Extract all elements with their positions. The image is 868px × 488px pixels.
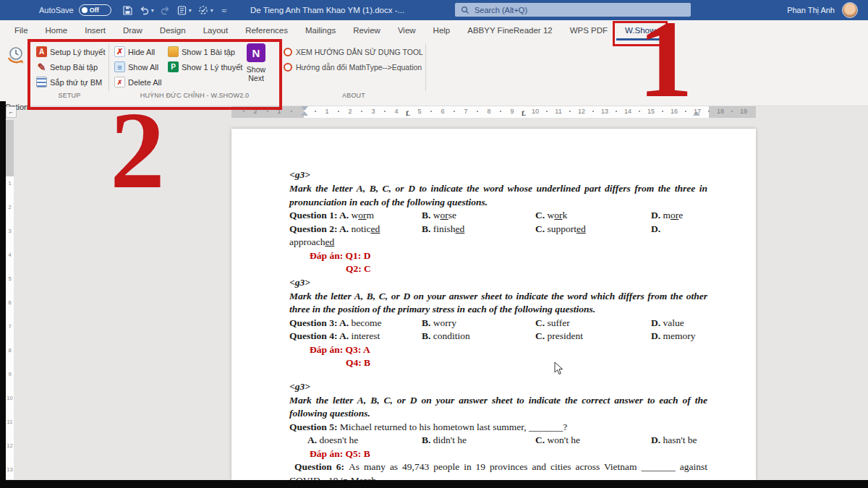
- style-tag: <g3>: [289, 276, 707, 290]
- xem-h-ng-d-n-s-d-ng-tool-label: XEM HƯỚNG DẪN SỬ DỤNG TOOL: [296, 48, 423, 56]
- vertical-ruler-number: 3: [6, 228, 14, 234]
- option: C. won't he: [535, 434, 651, 448]
- ruler-tick: [731, 111, 733, 112]
- avatar[interactable]: [842, 2, 858, 18]
- vertical-ruler-number: 8: [6, 347, 14, 354]
- tab-abbyy-finereader-12[interactable]: ABBYY FineReader 12: [459, 20, 561, 40]
- ruler-number: 10: [532, 108, 539, 115]
- annotation-number-1: 1: [638, 12, 693, 107]
- ruler-number: 17: [694, 108, 701, 115]
- undo-icon[interactable]: [139, 6, 149, 15]
- ribbon-tab-row: FileHomeInsertDrawDesignLayoutReferences…: [0, 20, 868, 40]
- ruler-number: 13: [601, 108, 608, 115]
- ruler-tick: [315, 111, 316, 112]
- first-line-indent-marker[interactable]: [301, 106, 308, 111]
- tab-stop-selector[interactable]: ⌐: [6, 106, 17, 118]
- word-window: AutoSave Off ▾ ▾ ▾ ≂ De Tieng Anh Tham K…: [0, 0, 868, 488]
- vertical-ruler-number: 13: [6, 466, 14, 473]
- tab-design[interactable]: Design: [151, 20, 195, 40]
- document-title[interactable]: De Tieng Anh Tham Khao YM (1).docx -...: [250, 0, 404, 20]
- ruler-number: 14: [624, 108, 631, 115]
- hanging-indent-marker[interactable]: [301, 111, 308, 116]
- save-icon[interactable]: [123, 6, 132, 15]
- mouse-cursor-icon: [554, 361, 563, 375]
- ruler-number: 3: [371, 108, 375, 115]
- bottom-edge-bar: [0, 480, 868, 488]
- option: A. interest: [339, 330, 380, 341]
- option: B. worry: [422, 317, 535, 330]
- xem-h-ng-d-n-s-d-ng-tool-link[interactable]: XEM HƯỚNG DẪN SỬ DỤNG TOOL: [284, 46, 423, 59]
- vertical-ruler-number: 11: [6, 419, 14, 425]
- tab-view[interactable]: View: [389, 20, 425, 40]
- ruler-tick: [338, 111, 339, 112]
- ruler-tick: [546, 111, 548, 112]
- tab-insert[interactable]: Insert: [76, 20, 114, 40]
- ruler-tick: [569, 111, 571, 112]
- option: D. memory: [651, 330, 707, 343]
- tab-wps-pdf[interactable]: WPS PDF: [561, 20, 616, 40]
- options-button[interactable]: Option: [3, 43, 30, 100]
- ruler-tick: [384, 111, 386, 112]
- option: D. hasn't be: [651, 434, 707, 448]
- instruction-paragraph: Mark the letter A, B, C, or D on your an…: [289, 290, 707, 317]
- group-separator: [425, 43, 426, 91]
- vertical-ruler-number: 6: [6, 299, 14, 306]
- answer-key: Đáp án: Q3: AQ4: B: [289, 343, 707, 370]
- question-row: Question 4: A. interestB. conditionC. pr…: [289, 330, 707, 343]
- tab-review[interactable]: Review: [344, 20, 389, 40]
- tab-mailings[interactable]: Mailings: [297, 20, 344, 40]
- user-name[interactable]: Phan Thị Anh: [787, 0, 835, 20]
- option: C. suffer: [535, 317, 651, 330]
- tab-help[interactable]: Help: [425, 20, 459, 40]
- ruler-tick: [477, 111, 478, 112]
- about-group-label: ABOUT: [282, 92, 425, 99]
- option: C. work: [535, 209, 651, 223]
- question-row: Question 2: A. noticedB. finishedC. supp…: [289, 223, 707, 236]
- mathtype-icon: [284, 63, 292, 72]
- tab-references[interactable]: References: [237, 20, 297, 40]
- ruler-tick: [454, 111, 455, 112]
- undo-dropdown-icon[interactable]: ▾: [151, 7, 154, 14]
- reading-mode-dropdown-icon[interactable]: ▾: [189, 7, 192, 14]
- style-tag: <g3>: [289, 168, 707, 182]
- question-row: Question 3: A. becomeB. worryC. sufferD.…: [289, 317, 707, 330]
- option-clock-icon: [6, 45, 27, 67]
- tab-layout[interactable]: Layout: [195, 20, 237, 40]
- ruler-tick: [616, 111, 617, 112]
- reading-mode-icon[interactable]: [177, 6, 187, 15]
- editor-dropdown-icon[interactable]: ▾: [210, 7, 213, 14]
- title-bar: AutoSave Off ▾ ▾ ▾ ≂ De Tieng Anh Tham K…: [0, 0, 868, 20]
- autosave-toggle[interactable]: Off: [79, 4, 111, 16]
- toggle-knob-icon: [82, 7, 88, 13]
- h-ng-d-n-i-mathtype-equation-link[interactable]: Hướng dẫn đổi MathType-->Equation: [284, 61, 422, 74]
- option: A. noticed: [339, 223, 380, 234]
- customize-qat-icon[interactable]: ≂: [221, 7, 227, 14]
- ruler-number: 2: [348, 108, 352, 115]
- ruler-tick: [708, 111, 710, 112]
- option-wrap-line: approached: [289, 236, 707, 249]
- editor-check-icon[interactable]: [198, 5, 208, 15]
- document-content[interactable]: <g3>Mark the letter A, B, C, or D to ind…: [289, 168, 707, 487]
- ruler-tick: [430, 111, 432, 112]
- right-margin-zone: [709, 106, 756, 118]
- tab-draw[interactable]: Draw: [114, 20, 151, 40]
- guide-icon: [284, 48, 292, 56]
- ruler-number: 8: [487, 108, 490, 115]
- tab-home[interactable]: Home: [37, 20, 77, 40]
- ruler-number: 11: [555, 108, 561, 115]
- redo-icon[interactable]: [161, 6, 171, 15]
- ruler-number: 9: [510, 108, 514, 115]
- option: A. worm: [339, 210, 374, 221]
- vertical-ruler-number: 5: [6, 275, 14, 282]
- vertical-ruler-number: 12: [6, 442, 14, 449]
- ruler-number: 18: [717, 108, 724, 115]
- option: B. worse: [422, 209, 535, 223]
- option: D.: [651, 223, 707, 236]
- vertical-ruler-number: 7: [6, 323, 14, 330]
- ruler-tick: [523, 111, 524, 112]
- tab-file[interactable]: File: [6, 20, 37, 40]
- autosave-label: AutoSave: [39, 6, 74, 14]
- vertical-ruler[interactable]: 12345678910111213: [6, 120, 14, 479]
- top-margin-zone: [6, 120, 14, 176]
- ruler-number: 19: [740, 108, 747, 115]
